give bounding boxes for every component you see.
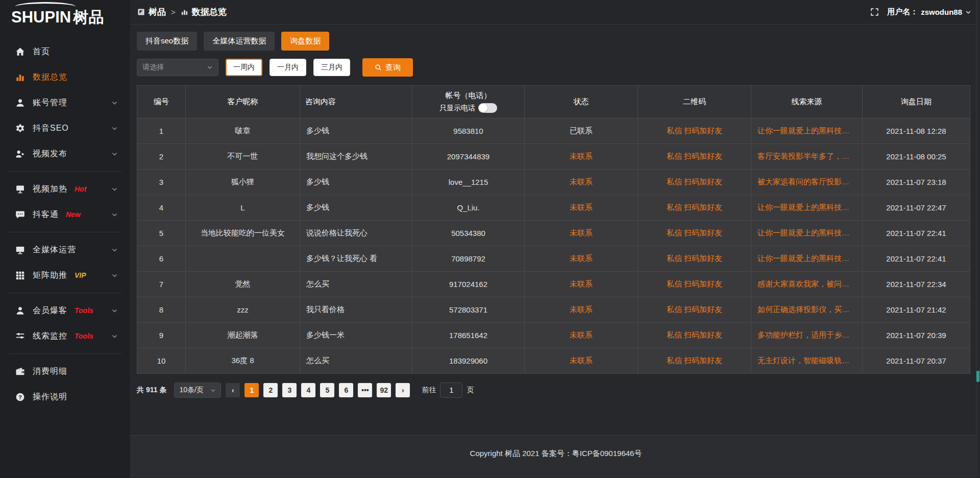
- cell-qrcode[interactable]: 私信 扫码加好友: [638, 170, 751, 195]
- sidebar-item-label: 账号管理: [33, 98, 67, 108]
- cell-source[interactable]: 多功能护栏灯，适用于乡村文...: [751, 323, 863, 348]
- page-size-select[interactable]: 10条/页: [174, 383, 221, 398]
- chevron-down-icon: [210, 388, 216, 393]
- cell-content: 多少钱: [300, 170, 412, 195]
- cell-status: 未联系: [525, 323, 638, 348]
- cell-qrcode[interactable]: 私信 扫码加好友: [638, 221, 751, 246]
- cell-content: 我想问这个多少钱: [300, 144, 412, 170]
- cell-status: 未联系: [525, 144, 638, 170]
- sidebar-item-9[interactable]: 矩阵助推VIP: [0, 262, 130, 288]
- footer: Copyright 树品 2021 备案号：粤ICP备09019646号: [130, 435, 980, 478]
- cell-qrcode[interactable]: 私信 扫码加好友: [638, 272, 751, 297]
- sidebar-item-10[interactable]: 会员爆客Tools: [0, 298, 130, 323]
- sidebar-item-badge: VIP: [75, 271, 86, 279]
- page-ellipsis-button[interactable]: •••: [358, 383, 372, 397]
- cell-source[interactable]: 客厅安装投影半年多了，真实...: [751, 144, 863, 170]
- cell-id: 1: [137, 118, 186, 144]
- chat-icon: [15, 210, 25, 220]
- page-button-6[interactable]: 6: [339, 383, 353, 397]
- chevron-down-icon: [111, 186, 118, 193]
- goto-label: 前往: [422, 386, 436, 395]
- page-button-3[interactable]: 3: [282, 383, 297, 397]
- sidebar-item-13[interactable]: ?操作说明: [0, 384, 130, 410]
- sidebar-item-label: 全媒体运营: [33, 245, 76, 255]
- goto-page-input[interactable]: [440, 383, 462, 398]
- scrollbar-marker[interactable]: [976, 371, 979, 382]
- cell-source[interactable]: 无主灯设计，智能磁吸轨道灯...: [751, 348, 863, 374]
- cell-status: 已联系: [525, 118, 638, 144]
- sidebar-divider: [8, 171, 122, 172]
- fullscreen-icon[interactable]: [870, 8, 879, 16]
- cell-account: love__1215: [412, 170, 525, 195]
- pagination: 共 911 条 10条/页 ‹ 123456•••92 › 前往 页: [137, 383, 970, 398]
- sidebar-divider: [8, 232, 122, 232]
- sidebar-item-2[interactable]: 数据总览: [0, 64, 130, 90]
- sidebar-item-label: 数据总览: [33, 72, 67, 83]
- tab-3[interactable]: 询盘数据: [281, 32, 329, 51]
- select-placeholder: 请选择: [142, 63, 164, 72]
- cell-source[interactable]: 让你一眼就爱上的黑科技，能...: [751, 118, 863, 144]
- cell-nickname: 觉然: [186, 272, 300, 297]
- phone-only-toggle[interactable]: [478, 103, 497, 113]
- range-button-2[interactable]: 一月内: [270, 59, 306, 76]
- user-menu[interactable]: 用户名：zswodun88: [887, 7, 971, 17]
- cell-qrcode[interactable]: 私信 扫码加好友: [638, 348, 751, 374]
- tab-1[interactable]: 抖音seo数据: [137, 32, 197, 51]
- sidebar-item-6[interactable]: 视频加热Hot: [0, 176, 130, 202]
- tab-2[interactable]: 全媒体运营数据: [204, 32, 275, 51]
- sliders-icon: [15, 331, 25, 341]
- sidebar-nav: 首页数据总览账号管理抖音SEO视频发布视频加热Hot抖客通New全媒体运营矩阵助…: [0, 32, 130, 410]
- cell-source[interactable]: 让你一眼就爱上的黑科技，能...: [751, 221, 863, 246]
- filter-bar: 请选择 一周内一月内三月内 查询: [137, 58, 970, 77]
- page-button-5[interactable]: 5: [320, 383, 334, 397]
- breadcrumb-root[interactable]: 树品: [149, 6, 166, 18]
- cell-nickname: [186, 246, 300, 272]
- table-row: 7觉然怎么买917024162未联系私信 扫码加好友感谢大家喜欢我家，被问了好.…: [137, 272, 970, 297]
- main-area: 树品 > 数据总览 用户名：zswodun88: [130, 0, 980, 478]
- cell-source[interactable]: 让你一眼就爱上的黑科技，能...: [751, 195, 863, 221]
- search-button[interactable]: 查询: [362, 58, 413, 77]
- chevron-down-icon: [111, 247, 118, 253]
- sidebar-item-label: 抖音SEO: [33, 123, 69, 134]
- sidebar-item-12[interactable]: 消费明细: [0, 358, 130, 384]
- cell-source[interactable]: 感谢大家喜欢我家，被问了好...: [751, 272, 863, 297]
- screen-icon: [15, 184, 25, 194]
- page-button-4[interactable]: 4: [301, 383, 315, 397]
- brand-logo: SHUPIN树品: [0, 0, 130, 32]
- sidebar-item-11[interactable]: 线索监控Tools: [0, 323, 130, 349]
- range-button-3[interactable]: 三月内: [313, 59, 350, 76]
- page-button-92[interactable]: 92: [377, 383, 391, 397]
- breadcrumb-separator: >: [171, 8, 176, 16]
- sidebar-item-1[interactable]: 首页: [0, 39, 130, 64]
- cell-qrcode[interactable]: 私信 扫码加好友: [638, 195, 751, 221]
- cell-source[interactable]: 让你一眼就爱上的黑科技，能...: [751, 246, 863, 272]
- table-row: 9潮起潮落多少钱一米178651642未联系私信 扫码加好友多功能护栏灯，适用于…: [137, 323, 970, 348]
- cell-qrcode[interactable]: 私信 扫码加好友: [638, 118, 751, 144]
- sidebar-item-4[interactable]: 抖音SEO: [0, 115, 130, 141]
- sidebar-item-8[interactable]: 全媒体运营: [0, 237, 130, 262]
- sidebar-item-5[interactable]: 视频发布: [0, 141, 130, 166]
- sidebar-item-label: 视频发布: [33, 149, 67, 159]
- cell-id: 2: [137, 144, 186, 170]
- cell-source[interactable]: 如何正确选择投影仪，买投影...: [751, 297, 863, 323]
- cell-source[interactable]: 被大家追着问的客厅投影分享...: [751, 170, 863, 195]
- page-size-value: 10条/页: [179, 386, 203, 395]
- page-button-2[interactable]: 2: [263, 383, 278, 397]
- chevron-down-icon: [207, 64, 213, 70]
- sidebar-item-3[interactable]: 账号管理: [0, 90, 130, 115]
- sidebar-item-7[interactable]: 抖客通New: [0, 202, 130, 227]
- prev-page-button[interactable]: ‹: [226, 383, 240, 397]
- cell-qrcode[interactable]: 私信 扫码加好友: [638, 323, 751, 348]
- cell-qrcode[interactable]: 私信 扫码加好友: [638, 297, 751, 323]
- cell-qrcode[interactable]: 私信 扫码加好友: [638, 144, 751, 170]
- logo-arc-decoration: [15, 2, 76, 11]
- next-page-button[interactable]: ›: [396, 383, 410, 397]
- sidebar-item-label: 抖客通: [33, 209, 59, 220]
- cell-qrcode[interactable]: 私信 扫码加好友: [638, 246, 751, 272]
- range-button-1[interactable]: 一周内: [226, 59, 262, 76]
- cell-status: 未联系: [525, 221, 638, 246]
- cell-content: 怎么买: [300, 272, 412, 297]
- scrollbar-track[interactable]: [976, 0, 980, 478]
- page-button-1[interactable]: 1: [244, 383, 259, 397]
- account-select[interactable]: 请选择: [137, 59, 218, 76]
